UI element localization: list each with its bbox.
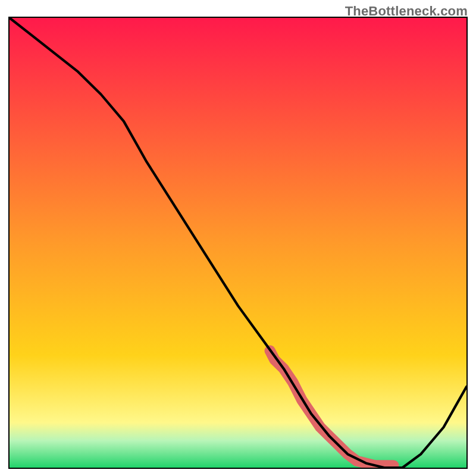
watermark-text: TheBottleneck.com: [345, 4, 468, 19]
chart-root: TheBottleneck.com: [0, 0, 476, 476]
main-curve: [10, 18, 466, 468]
highlighted-segment-line: [270, 350, 393, 465]
plot-area: [8, 17, 468, 469]
overlay-layer: [10, 18, 466, 468]
